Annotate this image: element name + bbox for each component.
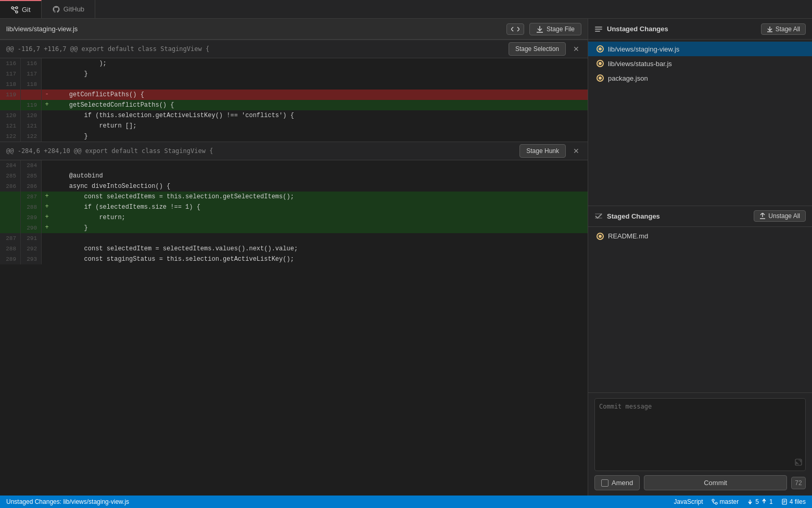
svg-line-3: [12, 9, 16, 11]
view-source-button[interactable]: [506, 23, 524, 35]
diff-line: 116116 );: [0, 58, 588, 69]
sync-indicator[interactable]: 5 1: [747, 498, 772, 505]
file-name: lib/views/status-bar.js: [608, 60, 672, 68]
commit-message-input[interactable]: [599, 403, 801, 460]
staged-section-title: Staged Changes: [607, 212, 750, 220]
top-tabs: Git GitHub: [0, 0, 812, 19]
commit-count: 72: [791, 477, 806, 489]
diff-line: 118118: [0, 79, 588, 90]
commit-button[interactable]: Commit: [644, 475, 787, 490]
commit-actions: Amend Commit 72: [594, 475, 806, 490]
unstaged-file-item[interactable]: lib/views/status-bar.js: [588, 56, 812, 71]
diff-line-removed: 119 - getConflictPaths() {: [0, 90, 588, 100]
unstage-all-icon: [759, 213, 766, 219]
files-count-indicator: 4 files: [781, 498, 806, 505]
main-layout: lib/views/staging-view.js Stage File: [0, 19, 812, 496]
staged-section-header: Staged Changes Unstage All: [588, 206, 812, 227]
branch-name: master: [720, 498, 739, 505]
diff-panel: lib/views/staging-view.js Stage File: [0, 19, 588, 496]
up-count: 1: [769, 498, 773, 505]
git-icon: [10, 6, 19, 14]
up-arrow-icon: [761, 499, 767, 505]
file-path: lib/views/staging-view.js: [6, 25, 501, 33]
files-icon: [781, 499, 788, 505]
svg-point-18: [715, 502, 717, 504]
diff-line: 122122 }: [0, 131, 588, 142]
commit-message-container: [594, 398, 806, 471]
hunk1-lines: 116116 ); 117117 } 118118 119: [0, 58, 588, 142]
amend-checkbox[interactable]: [601, 479, 608, 487]
file-name: lib/views/staging-view.js: [608, 45, 679, 53]
diff-line: 288292 const selectedItem = selectedItem…: [0, 244, 588, 254]
unstaged-file-item[interactable]: lib/views/staging-view.js: [588, 42, 812, 56]
amend-button[interactable]: Amend: [594, 475, 640, 490]
diff-line: 117117 }: [0, 69, 588, 79]
diff-line-added: 289 + return;: [0, 212, 588, 223]
svg-point-2: [16, 7, 18, 9]
svg-rect-8: [595, 29, 602, 30]
file-status-dot: [597, 45, 604, 53]
tab-github[interactable]: GitHub: [42, 0, 95, 18]
tab-git-label: Git: [22, 6, 31, 14]
stage-file-label: Stage File: [547, 26, 575, 33]
svg-rect-13: [595, 218, 602, 219]
right-panel: Unstaged Changes Stage All lib/views/sta…: [588, 19, 812, 496]
branch-indicator[interactable]: master: [712, 498, 739, 505]
svg-point-0: [11, 7, 14, 9]
diff-line: 286286 async diveIntoSelection() {: [0, 181, 588, 192]
diff-line: 121121 return [];: [0, 121, 588, 131]
stage-selection-button[interactable]: Stage Selection: [509, 42, 566, 56]
status-bar-right: JavaScript master 5 1: [674, 498, 806, 505]
diff-line-added: 287 + const selectedItems = this.selecti…: [0, 192, 588, 202]
commit-label: Commit: [704, 479, 727, 487]
hunk2-header-text: @@ -284,6 +284,10 @@ export default clas…: [0, 147, 519, 155]
diff-content[interactable]: @@ -116,7 +116,7 @@ export default class…: [0, 40, 588, 496]
files-count: 4 files: [790, 498, 806, 505]
file-status-dot: [597, 60, 604, 67]
stage-hunk-label: Stage Hunk: [526, 147, 559, 155]
down-count: 5: [755, 498, 759, 505]
unstaged-section-header: Unstaged Changes Stage All: [588, 19, 812, 40]
language-indicator[interactable]: JavaScript: [674, 498, 703, 505]
file-name: README.md: [608, 232, 648, 240]
stage-file-button[interactable]: Stage File: [529, 23, 581, 35]
svg-rect-12: [595, 213, 602, 214]
unstage-all-label: Unstage All: [768, 212, 800, 220]
staged-icon: [594, 212, 603, 220]
unstaged-icon: [594, 25, 603, 33]
staged-section: Staged Changes Unstage All README.md: [588, 206, 812, 393]
stage-hunk-button[interactable]: Stage Hunk: [519, 144, 566, 158]
diff-line: 289293 const stagingStatus = this.select…: [0, 254, 588, 264]
stage-all-button[interactable]: Stage All: [761, 23, 806, 35]
expand-icon: [795, 459, 802, 467]
amend-label: Amend: [612, 479, 633, 487]
diff-line-added: 288 + if (selectedItems.size !== 1) {: [0, 202, 588, 212]
github-icon: [52, 5, 60, 14]
diff-line-added: 290 + }: [0, 223, 588, 233]
unstaged-file-item[interactable]: package.json: [588, 71, 812, 85]
stage-all-icon: [767, 26, 773, 32]
file-status-dot: [597, 74, 604, 82]
hunk1-header-text: @@ -116,7 +116,7 @@ export default class…: [0, 45, 509, 53]
commit-area: Amend Commit 72: [588, 392, 812, 496]
stage-all-label: Stage All: [776, 26, 800, 33]
download-icon: [536, 26, 543, 33]
file-status-dot: [597, 233, 604, 240]
branch-icon: [712, 499, 718, 505]
hunk1-delete-button[interactable]: ✕: [569, 43, 583, 55]
code-icon: [511, 26, 519, 32]
tab-github-label: GitHub: [64, 5, 84, 13]
down-arrow-icon: [747, 499, 753, 505]
diff-line: 287291: [0, 233, 588, 244]
diff-line: 284284: [0, 160, 588, 171]
hunk2-delete-button[interactable]: ✕: [569, 145, 583, 157]
staged-file-list: README.md: [588, 227, 812, 246]
staged-file-item[interactable]: README.md: [588, 229, 812, 244]
unstage-all-button[interactable]: Unstage All: [754, 210, 806, 222]
diff-line: 120120 if (this.selection.getActiveListK…: [0, 110, 588, 121]
svg-rect-9: [595, 31, 600, 32]
hunk1-header: @@ -116,7 +116,7 @@ export default class…: [0, 40, 588, 58]
tab-git[interactable]: Git: [0, 0, 42, 18]
file-header: lib/views/staging-view.js Stage File: [0, 19, 588, 40]
status-bar: Unstaged Changes: lib/views/staging-view…: [0, 496, 812, 508]
